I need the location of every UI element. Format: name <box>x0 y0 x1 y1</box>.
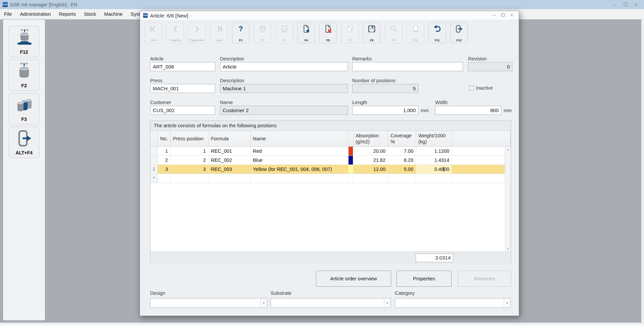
cell-weight[interactable]: 1.4314 <box>416 156 452 165</box>
dialog-titlebar: GSE Article: 6/6 [New] – × <box>140 11 519 20</box>
window-bottom-border <box>0 323 644 325</box>
cell-formula[interactable]: REC_003 <box>209 165 250 174</box>
table-row[interactable]: 2 2 REC_002 Blue 21.82 8.20 1.4314 <box>150 156 505 165</box>
dialog-minimize-button[interactable]: – <box>491 12 498 17</box>
header-coverage[interactable]: Coverage% <box>388 131 416 146</box>
table-row[interactable]: 1 1 REC_001 Red 20.00 7.00 1.1200 <box>150 147 505 156</box>
article-description-label: Description <box>220 56 244 61</box>
header-absorption[interactable]: Absorption(g/m2) <box>353 131 388 146</box>
app-minimize-button[interactable]: – <box>610 1 619 7</box>
sidebar-exit-button[interactable]: ALT+F4 <box>9 127 39 158</box>
cell-no[interactable]: 3 <box>158 165 171 174</box>
toolbar-exit-button[interactable]: F12 <box>450 22 468 43</box>
cell-name[interactable]: Blue <box>250 156 349 165</box>
cell-formula[interactable]: REC_001 <box>209 147 250 156</box>
article-description-input[interactable] <box>220 62 348 71</box>
dialog-maximize-button[interactable] <box>499 12 507 17</box>
cell-press-position[interactable]: 1 <box>171 147 209 156</box>
scroll-up-icon[interactable]: ▲ <box>505 147 511 152</box>
cell-coverage[interactable]: 5.00 <box>388 165 416 174</box>
header-filler <box>452 131 511 146</box>
nav-first-icon <box>149 25 158 33</box>
header-weight[interactable]: Weight/1000(kg) <box>416 131 452 146</box>
color-swatch[interactable] <box>349 156 353 165</box>
color-swatch[interactable] <box>349 165 353 174</box>
ink-drums-icon <box>14 96 34 113</box>
header-press-position[interactable]: Press position <box>171 131 209 146</box>
cell-absorption[interactable]: 12.00 <box>353 165 388 174</box>
app-maximize-button[interactable] <box>621 1 630 7</box>
cell-absorption[interactable]: 21.82 <box>353 156 388 165</box>
new-row-selector-cell[interactable]: * <box>150 174 158 183</box>
design-combobox[interactable]: ▼ <box>150 298 267 308</box>
row-selector-cell[interactable] <box>150 156 158 165</box>
toolbar-revert-button: F10 <box>407 22 424 43</box>
menu-administration[interactable]: Administration <box>16 9 55 19</box>
cell-absorption[interactable]: 20.00 <box>353 147 388 156</box>
toolbar-pageup-button: PageUp <box>167 22 184 43</box>
menu-machine[interactable]: Machine <box>100 9 127 19</box>
properties-button[interactable]: Properties <box>397 271 452 287</box>
menu-stock[interactable]: Stock <box>80 9 100 19</box>
cell-name[interactable]: Yellow (for REC_001, 004, 006, 007) <box>250 165 349 174</box>
header-formula[interactable]: Formula <box>209 131 250 146</box>
inactive-checkbox-group: Inactive <box>469 85 493 91</box>
table-new-row[interactable]: * <box>150 174 505 183</box>
cell-filler[interactable] <box>452 147 505 156</box>
sidebar-bucket-button[interactable]: F2 <box>9 59 39 91</box>
row-selector-cell[interactable] <box>150 147 158 156</box>
cell-filler[interactable] <box>452 165 505 174</box>
menu-file[interactable]: File <box>0 9 16 19</box>
width-input[interactable] <box>435 106 501 115</box>
customer-name-field <box>220 106 348 115</box>
cell-no[interactable]: 2 <box>158 156 171 165</box>
substrate-combobox[interactable]: ▼ <box>271 298 391 308</box>
header-name[interactable]: Name <box>250 131 349 146</box>
article-input[interactable] <box>150 62 215 71</box>
length-input[interactable] <box>352 106 418 115</box>
window-right-border <box>641 9 644 325</box>
cell-weight[interactable]: 1.1200 <box>416 147 452 156</box>
sidebar-dispense-button[interactable]: F12 <box>9 26 39 57</box>
inactive-checkbox[interactable] <box>469 86 474 90</box>
cell-name[interactable]: Red <box>250 147 349 156</box>
remarks-input[interactable] <box>352 62 463 71</box>
app-close-button[interactable]: × <box>632 1 641 7</box>
vertical-scrollbar[interactable]: ▲ ▼ <box>505 147 511 251</box>
revision-label: Revision <box>468 56 487 61</box>
chevron-down-icon[interactable]: ▼ <box>384 298 390 308</box>
press-input[interactable] <box>150 84 215 93</box>
cell-weight-editing[interactable]: 0.4800 <box>416 165 452 174</box>
row-selector-cell[interactable]: I <box>150 165 158 174</box>
category-combobox[interactable]: ▼ <box>395 298 511 308</box>
cell-formula[interactable]: REC_002 <box>209 156 250 165</box>
toolbar-save-button[interactable]: F8 <box>363 22 380 43</box>
dialog-close-button[interactable]: × <box>508 12 515 17</box>
customer-input[interactable] <box>150 106 215 115</box>
dialog-logo-icon: GSE <box>143 13 148 18</box>
table-row-selected[interactable]: I 3 3 REC_003 Yellow (for REC_001, 004, … <box>150 165 505 174</box>
menu-reports[interactable]: Reports <box>55 9 80 19</box>
toolbar-delete-record-button[interactable]: F5 <box>319 22 337 43</box>
cell-coverage[interactable]: 7.00 <box>388 147 416 156</box>
article-order-overview-button[interactable]: Article order overview <box>316 271 391 287</box>
color-swatch[interactable] <box>349 147 353 156</box>
editing-row-icon: I <box>153 167 155 172</box>
chevron-down-icon[interactable]: ▼ <box>504 298 510 308</box>
header-no[interactable]: No.▲ <box>158 131 171 146</box>
design-label: Design <box>150 290 165 296</box>
cell-filler[interactable] <box>452 156 505 165</box>
scroll-down-icon[interactable]: ▼ <box>505 246 511 251</box>
save-icon <box>367 25 376 33</box>
cell-press-position[interactable]: 2 <box>171 156 209 165</box>
sidebar-drums-button[interactable]: F3 <box>9 93 39 125</box>
chevron-down-icon[interactable]: ▼ <box>260 298 267 308</box>
cell-no[interactable]: 1 <box>158 147 171 156</box>
toolbar-undo-button[interactable]: F11 <box>428 22 446 43</box>
toolbar-help-button[interactable]: ? F1 <box>232 22 249 43</box>
toolbar-new-record-button[interactable]: F4 <box>297 22 315 43</box>
cell-coverage[interactable]: 8.20 <box>388 156 416 165</box>
revert-icon <box>411 25 420 33</box>
grid-viewport: 1 1 REC_001 Red 20.00 7.00 1.1200 2 2 RE… <box>150 147 511 251</box>
cell-press-position[interactable]: 3 <box>171 165 209 174</box>
